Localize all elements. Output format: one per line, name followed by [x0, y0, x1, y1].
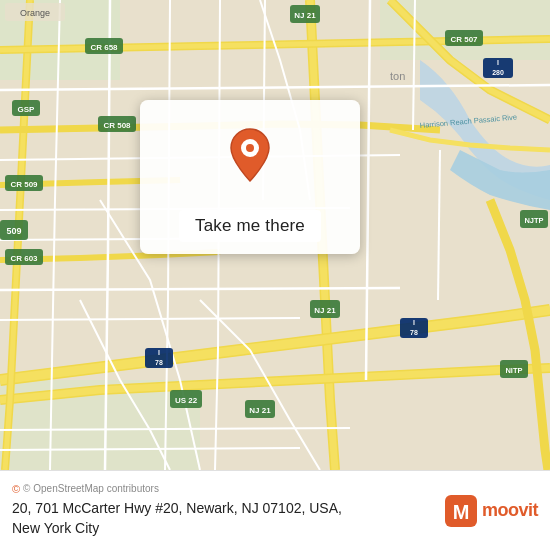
- svg-text:NJ 21: NJ 21: [314, 306, 336, 315]
- svg-point-44: [246, 144, 254, 152]
- svg-text:CR 508: CR 508: [103, 121, 131, 130]
- map-container: Orange GSP CR 658 NJ 21 CR 507 CR 508 CR…: [0, 0, 550, 470]
- svg-text:78: 78: [410, 329, 418, 336]
- svg-text:NJTP: NJTP: [524, 216, 543, 225]
- footer: © © OpenStreetMap contributors 20, 701 M…: [0, 470, 550, 550]
- svg-text:M: M: [453, 501, 470, 523]
- moovit-logo: M moovit: [445, 495, 538, 527]
- address-text: 20, 701 McCarter Hwy #20, Newark, NJ 071…: [12, 499, 435, 538]
- svg-text:I: I: [158, 349, 160, 356]
- svg-text:NJ 21: NJ 21: [249, 406, 271, 415]
- svg-text:US 22: US 22: [175, 396, 198, 405]
- svg-text:CR 507: CR 507: [450, 35, 478, 44]
- copyright-text: © OpenStreetMap contributors: [23, 483, 159, 494]
- svg-text:509: 509: [6, 226, 21, 236]
- openstreetmap-icon: ©: [12, 483, 20, 495]
- svg-text:I: I: [413, 319, 415, 326]
- map-pin-area: [140, 100, 360, 210]
- svg-text:NITP: NITP: [505, 366, 522, 375]
- location-pin-icon: [227, 127, 273, 183]
- svg-text:280: 280: [492, 69, 504, 76]
- moovit-m-icon: M: [445, 495, 477, 527]
- svg-text:I: I: [497, 59, 499, 66]
- svg-text:Orange: Orange: [20, 8, 50, 18]
- take-me-there-button[interactable]: Take me there: [179, 210, 321, 242]
- svg-text:CR 658: CR 658: [90, 43, 118, 52]
- svg-text:78: 78: [155, 359, 163, 366]
- footer-left: © © OpenStreetMap contributors 20, 701 M…: [12, 483, 435, 538]
- svg-text:CR 509: CR 509: [10, 180, 38, 189]
- copyright-line: © © OpenStreetMap contributors: [12, 483, 435, 495]
- svg-text:CR 603: CR 603: [10, 254, 38, 263]
- svg-text:ton: ton: [390, 70, 405, 82]
- svg-text:NJ 21: NJ 21: [294, 11, 316, 20]
- location-card: Take me there: [140, 100, 360, 254]
- moovit-text-label: moovit: [482, 500, 538, 521]
- svg-text:GSP: GSP: [18, 105, 36, 114]
